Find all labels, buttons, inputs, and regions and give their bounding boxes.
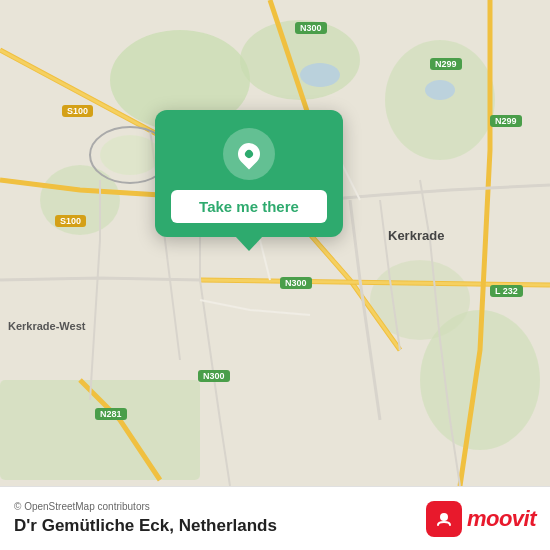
location-name: D'r Gemütliche Eck, Netherlands bbox=[14, 516, 277, 536]
road-label-n299: N299 bbox=[430, 58, 462, 70]
app: N300 N299 S100 S100 N300 N281 L 232 N299… bbox=[0, 0, 550, 550]
map-area[interactable]: N300 N299 S100 S100 N300 N281 L 232 N299… bbox=[0, 0, 550, 486]
svg-point-11 bbox=[100, 135, 160, 175]
bottom-left: © OpenStreetMap contributors D'r Gemütli… bbox=[14, 501, 277, 536]
road-label-s100-mid: S100 bbox=[55, 215, 86, 227]
svg-point-9 bbox=[425, 80, 455, 100]
road-label-s100-top: S100 bbox=[62, 105, 93, 117]
osm-credit: © OpenStreetMap contributors bbox=[14, 501, 277, 512]
svg-point-12 bbox=[440, 513, 448, 521]
svg-rect-5 bbox=[0, 380, 200, 480]
svg-point-8 bbox=[300, 63, 340, 87]
road-label-n299-right: N299 bbox=[490, 115, 522, 127]
road-label-l232: L 232 bbox=[490, 285, 523, 297]
road-label-n300-bottom: N300 bbox=[198, 370, 230, 382]
moovit-logo: moovit bbox=[426, 501, 536, 537]
bottom-bar: © OpenStreetMap contributors D'r Gemütli… bbox=[0, 486, 550, 550]
moovit-icon bbox=[426, 501, 462, 537]
road-label-n281: N281 bbox=[95, 408, 127, 420]
take-me-there-button[interactable]: Take me there bbox=[171, 190, 327, 223]
road-label-n300-top: N300 bbox=[295, 22, 327, 34]
city-label-kerkrade: Kerkrade bbox=[388, 228, 444, 243]
city-label-kerkrade-west: Kerkrade-West bbox=[8, 320, 85, 332]
moovit-text: moovit bbox=[467, 506, 536, 532]
popup-icon-circle bbox=[223, 128, 275, 180]
road-label-n300-mid: N300 bbox=[280, 277, 312, 289]
popup-card: Take me there bbox=[155, 110, 343, 237]
location-pin-icon bbox=[233, 138, 264, 169]
